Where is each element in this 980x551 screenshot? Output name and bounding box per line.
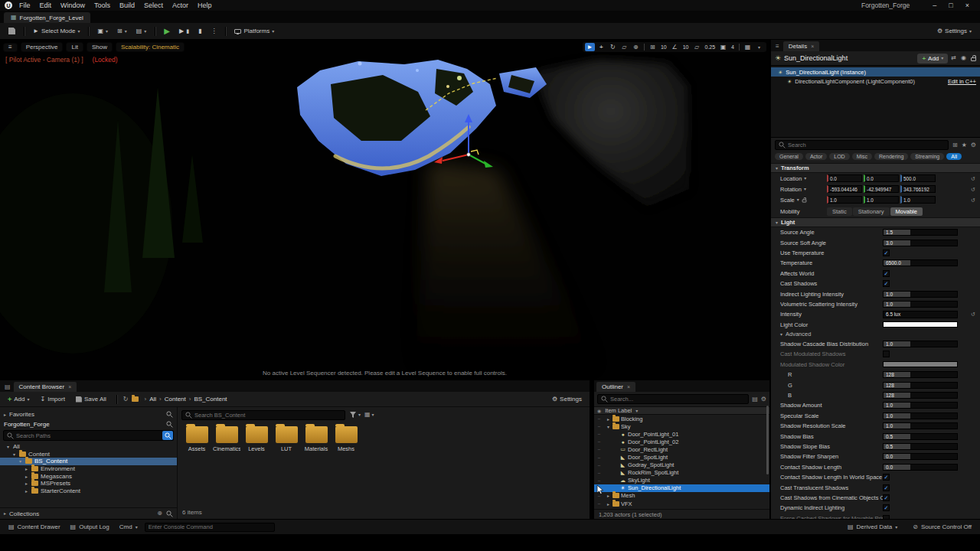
details-settings-icon[interactable] <box>971 142 976 148</box>
rotation-snap-icon[interactable] <box>670 43 680 51</box>
rotation-z-field[interactable]: 343.766192 <box>900 185 936 193</box>
reset-icon[interactable] <box>969 197 978 203</box>
asset-folder[interactable]: LUT <box>273 426 300 452</box>
breadcrumb-item[interactable]: BS_Content <box>186 396 227 403</box>
save-all-button[interactable]: Save All <box>72 394 110 404</box>
visibility-column-icon[interactable] <box>597 409 601 413</box>
outliner-settings-icon[interactable] <box>761 396 766 403</box>
favorites-section[interactable]: Favorites <box>0 409 177 419</box>
path-filter-button[interactable] <box>162 431 173 440</box>
reset-icon[interactable] <box>969 187 978 192</box>
category-filter-chip[interactable]: Streaming <box>910 153 944 160</box>
property-slider[interactable]: 0.0 <box>883 464 958 471</box>
outliner-scrollbar[interactable] <box>766 406 769 475</box>
search-paths-input[interactable] <box>16 432 160 439</box>
play-button[interactable] <box>160 26 174 37</box>
visibility-eye-icon[interactable] <box>596 463 603 468</box>
menu-item[interactable]: Select <box>140 2 167 9</box>
search-icon[interactable] <box>166 421 173 428</box>
close-icon[interactable] <box>68 384 71 390</box>
menu-item[interactable]: File <box>15 2 34 9</box>
world-coordinate-icon[interactable] <box>631 43 641 51</box>
expander-icon[interactable] <box>24 474 29 479</box>
search-icon[interactable] <box>166 411 173 418</box>
expander-icon[interactable] <box>5 444 11 449</box>
console-command-input[interactable] <box>145 523 275 532</box>
edit-in-cpp-link[interactable]: Edit in C++ <box>948 78 976 85</box>
grid-snap-icon[interactable] <box>648 43 658 51</box>
add-button[interactable]: +Add <box>4 394 34 405</box>
cmd-dropdown[interactable]: Cmd <box>116 523 141 530</box>
property-slider[interactable]: 128 <box>883 371 958 378</box>
property-slider[interactable]: 1.0 <box>883 341 958 347</box>
viewport-options-button[interactable] <box>3 43 18 52</box>
menu-item[interactable]: Edit <box>36 2 56 9</box>
search-icon[interactable] <box>166 510 173 517</box>
property-slider[interactable]: 128 <box>883 382 958 389</box>
visibility-eye-icon[interactable] <box>596 432 603 436</box>
property-slider[interactable]: 1.0 <box>883 412 958 419</box>
tree-row[interactable]: Environment <box>0 465 177 473</box>
rotation-snap-value[interactable]: 10 <box>681 44 691 50</box>
color-swatch[interactable] <box>883 321 958 328</box>
property-slider[interactable]: 0.5 <box>883 433 958 440</box>
viewport-layout-caret-icon[interactable] <box>754 43 764 51</box>
display-mode-icon[interactable] <box>952 142 958 148</box>
tree-row[interactable]: StarterContent <box>0 487 177 495</box>
settings-dropdown[interactable]: Settings <box>933 26 975 36</box>
viewport-layout-icon[interactable] <box>743 43 753 51</box>
visibility-eye-icon[interactable] <box>596 439 603 444</box>
location-dropdown[interactable]: Location <box>780 175 825 182</box>
property-slider[interactable]: 6500.0 <box>883 259 958 266</box>
category-filter-chip[interactable]: General <box>775 153 803 160</box>
asset-folder[interactable]: Cinematics <box>213 426 240 452</box>
mobility-option[interactable]: Static <box>827 207 852 216</box>
property-checkbox[interactable]: ✓ <box>883 270 890 277</box>
rotation-x-field[interactable]: -593.044146 <box>827 185 862 193</box>
expander-icon[interactable] <box>11 452 17 457</box>
item-label-column-header[interactable]: Item Label <box>605 407 632 414</box>
import-button[interactable]: Import <box>37 394 69 404</box>
level-viewport[interactable]: Perspective Lit Show Scalability: Cinema… <box>0 40 769 380</box>
close-icon[interactable] <box>811 44 814 50</box>
outliner-row[interactable]: SkyLight <box>594 477 769 484</box>
color-swatch[interactable] <box>883 361 958 367</box>
level-tab[interactable]: Forgotten_Forge_Level <box>4 12 90 23</box>
property-slider[interactable]: 128 <box>883 392 958 399</box>
visibility-eye-icon[interactable] <box>596 455 603 460</box>
save-button[interactable] <box>5 26 19 36</box>
details-tab[interactable]: Details <box>783 41 820 51</box>
favorites-filter-icon[interactable] <box>962 142 967 148</box>
move-tool-icon[interactable] <box>596 43 606 51</box>
sync-icon[interactable] <box>123 396 129 403</box>
scalability-badge[interactable]: Scalability: Cinematic <box>116 42 185 52</box>
outliner-row[interactable]: Door_PointLight_01 <box>594 430 769 438</box>
category-filter-chip[interactable]: Actor <box>805 153 827 160</box>
visibility-eye-icon[interactable] <box>596 478 603 483</box>
panel-icon[interactable] <box>5 384 11 390</box>
content-drawer-button[interactable]: Content Drawer <box>5 523 64 530</box>
outliner-row[interactable]: Blocking <box>594 415 769 422</box>
close-icon[interactable] <box>627 384 630 390</box>
outliner-type-filter-icon[interactable] <box>752 396 758 403</box>
scale-dropdown[interactable]: Scale <box>780 197 825 204</box>
reset-icon[interactable] <box>969 311 978 317</box>
platforms-dropdown[interactable]: Platforms <box>230 26 278 36</box>
outliner-row[interactable]: Sun_DirectionalLight <box>594 484 769 492</box>
category-filter-chip[interactable]: LOD <box>829 153 849 160</box>
outliner-row[interactable]: Godray_SpotLight <box>594 461 769 469</box>
menu-item[interactable]: Actor <box>168 2 192 9</box>
property-slider[interactable]: 0.5 <box>883 443 958 450</box>
minimize-button[interactable]: – <box>933 2 936 9</box>
rotation-dropdown[interactable]: Rotation <box>780 186 825 193</box>
property-checkbox[interactable]: ✓ <box>883 474 890 481</box>
expander-icon[interactable] <box>606 424 611 429</box>
visibility-eye-icon[interactable] <box>596 447 603 452</box>
panel-menu-icon[interactable] <box>776 44 779 50</box>
asset-folder[interactable]: Materials <box>302 426 330 452</box>
unreal-logo-icon[interactable]: U <box>5 2 12 9</box>
category-filter-chip[interactable]: Misc <box>852 153 872 160</box>
blueprints-button[interactable] <box>113 27 131 36</box>
transform-section-header[interactable]: Transform <box>771 163 980 173</box>
scale-snap-value[interactable]: 0.25 <box>703 44 717 50</box>
